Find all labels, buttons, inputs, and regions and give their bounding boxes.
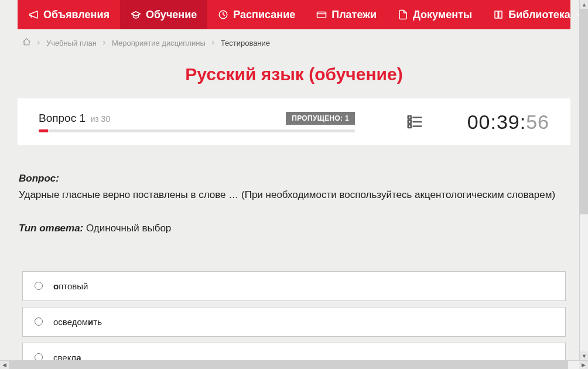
- answer-option[interactable]: свекла: [22, 343, 566, 361]
- answer-type-value: Одиночный выбор: [86, 223, 171, 234]
- nav-label: Документы: [413, 9, 472, 21]
- answer-text: осведомить: [53, 317, 102, 327]
- nav-education[interactable]: Обучение: [120, 0, 207, 29]
- list-icon: [406, 113, 423, 131]
- question-list-button[interactable]: [397, 113, 432, 131]
- page-title: Русский язык (обучение): [18, 64, 570, 84]
- progress-bar: [39, 129, 355, 132]
- skipped-badge: ПРОПУЩЕНО: 1: [286, 112, 355, 125]
- scroll-track[interactable]: [580, 9, 588, 351]
- question-total: из 30: [90, 114, 110, 124]
- answer-radio[interactable]: [35, 282, 43, 290]
- nav-payments[interactable]: Платежи: [306, 0, 387, 29]
- question-number: Вопрос 1: [39, 112, 86, 124]
- credit-card-icon: [316, 9, 327, 20]
- answer-radio[interactable]: [35, 317, 43, 326]
- nav-label: Объявления: [43, 9, 110, 21]
- timer-main: 00:39:: [467, 111, 527, 133]
- nav-schedule[interactable]: Расписание: [207, 0, 306, 29]
- scroll-track[interactable]: [9, 361, 579, 370]
- timer: 00:39:56: [444, 111, 549, 134]
- progress-fill: [39, 129, 48, 132]
- scroll-thumb[interactable]: [9, 361, 568, 370]
- breadcrumb-link[interactable]: Мероприятие дисциплины: [112, 39, 206, 47]
- megaphone-icon: [28, 9, 39, 20]
- scroll-thumb[interactable]: [580, 9, 588, 214]
- scroll-right-button[interactable]: ▶: [579, 361, 588, 370]
- nav-documents[interactable]: Документы: [387, 0, 483, 29]
- home-icon[interactable]: [22, 37, 31, 48]
- answer-text: оптовый: [53, 281, 88, 291]
- nav-library[interactable]: Библиотека: [483, 0, 588, 29]
- question-text: Ударные гласные верно поставлены в слове…: [19, 187, 569, 203]
- scroll-down-button[interactable]: ▼: [580, 351, 588, 360]
- main-navbar: Объявления Обучение Расписание Платежи Д…: [18, 0, 570, 29]
- nav-announcements[interactable]: Объявления: [18, 0, 120, 29]
- breadcrumb: Учебный план Мероприятие дисциплины Тест…: [18, 29, 570, 54]
- nav-label: Платежи: [331, 9, 377, 21]
- scroll-up-button[interactable]: ▲: [580, 0, 588, 9]
- answer-radio[interactable]: [35, 353, 43, 360]
- question-body: Вопрос: Ударные гласные верно поставлены…: [18, 171, 570, 236]
- answer-option[interactable]: осведомить: [22, 307, 566, 337]
- nav-label: Библиотека: [508, 9, 570, 21]
- status-card: Вопрос 1 из 30 ПРОПУЩЕНО: 1 00:39:56: [18, 98, 570, 145]
- scroll-left-button[interactable]: ◀: [0, 361, 9, 370]
- horizontal-scrollbar[interactable]: ◀ ▶: [0, 360, 588, 369]
- question-label: Вопрос:: [19, 173, 59, 184]
- graduation-cap-icon: [131, 9, 141, 20]
- answer-type-label: Тип ответа:: [19, 223, 83, 234]
- breadcrumb-link[interactable]: Учебный план: [46, 39, 97, 47]
- timer-seconds: 56: [526, 111, 549, 133]
- clock-icon: [218, 9, 228, 20]
- chevron-right-icon: [101, 40, 107, 46]
- svg-rect-1: [317, 12, 326, 18]
- vertical-scrollbar[interactable]: ▲ ▼: [579, 0, 588, 360]
- answer-option[interactable]: оптовый: [22, 271, 566, 301]
- svg-rect-2: [408, 116, 411, 119]
- nav-label: Расписание: [233, 9, 295, 21]
- answer-options: оптовый осведомить свекла: [18, 271, 570, 361]
- chevron-right-icon: [210, 40, 216, 46]
- book-icon: [493, 9, 504, 20]
- document-icon: [398, 9, 408, 20]
- nav-label: Обучение: [146, 9, 197, 21]
- svg-rect-4: [408, 121, 411, 124]
- answer-text: свекла: [53, 353, 81, 361]
- svg-rect-6: [408, 125, 411, 128]
- breadcrumb-current: Тестирование: [221, 39, 270, 47]
- question-progress: Вопрос 1 из 30 ПРОПУЩЕНО: 1: [39, 112, 355, 132]
- chevron-right-icon: [36, 40, 42, 46]
